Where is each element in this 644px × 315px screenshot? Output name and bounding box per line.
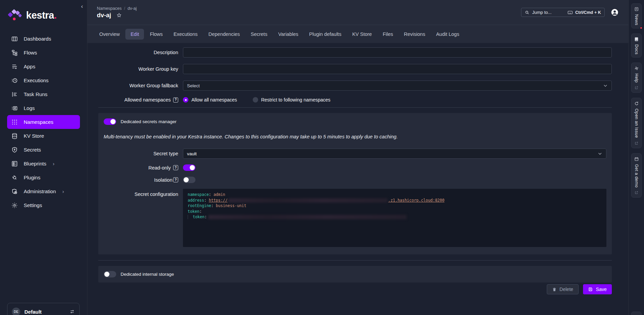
tab-audit-logs[interactable]: Audit Logs — [431, 29, 464, 40]
code-line: token: — [188, 214, 603, 220]
delete-button[interactable]: Delete — [547, 284, 579, 294]
dedicated-internal-storage-label: Dedicated internal storage — [121, 272, 174, 277]
tab-variables[interactable]: Variables — [273, 29, 303, 40]
sidebar-item-blueprints[interactable]: Blueprints › — [7, 157, 80, 171]
isolation-label: Isolation ? — [104, 177, 183, 183]
namespaces-icon — [11, 119, 18, 126]
sidebar-item-administration[interactable]: Administration › — [7, 184, 80, 198]
isolation-toggle[interactable] — [183, 177, 195, 183]
executions-icon — [11, 77, 18, 84]
external-link-icon — [635, 191, 638, 195]
sidebar-item-executions[interactable]: Executions — [7, 73, 80, 87]
sidebar-item-secrets[interactable]: Secrets — [7, 143, 80, 157]
secret-configuration-label: Secret configuration — [104, 192, 183, 197]
topbar: Namespaces / dv-aj dv-aj Jump to... Ctrl… — [87, 0, 628, 25]
flows-icon — [11, 49, 18, 56]
tab-kv-store[interactable]: KV Store — [347, 29, 377, 40]
sidebar-item-settings[interactable]: Settings — [7, 198, 80, 212]
sidebar-item-task-runs[interactable]: Task Runs — [7, 87, 80, 101]
dedicated-internal-storage-toggle[interactable] — [104, 271, 116, 277]
sidebar-item-apps[interactable]: Apps — [7, 60, 80, 73]
news-icon — [634, 7, 639, 12]
docs-button[interactable]: Docs — [631, 33, 642, 58]
sidebar-item-plugins[interactable]: Plugins — [7, 171, 80, 184]
chevron-down-icon — [598, 151, 602, 156]
slack-icon — [634, 66, 639, 71]
code-line: rootEngine: business-unit — [188, 203, 603, 209]
tab-revisions[interactable]: Revisions — [399, 29, 430, 40]
kestra-logo-mark — [8, 9, 22, 22]
get-a-demo-button[interactable]: Get a demo — [631, 153, 642, 198]
radio-unselected-icon — [253, 97, 258, 103]
help-icon[interactable]: ? — [173, 177, 178, 182]
help-icon[interactable]: ? — [173, 165, 178, 170]
help-icon[interactable]: ? — [173, 97, 178, 103]
blueprints-icon — [11, 160, 18, 167]
radio-allow-all-namespaces[interactable]: Allow all namespaces — [183, 97, 237, 103]
read-only-toggle[interactable] — [183, 164, 195, 171]
secrets-manager-card: Dedicated secrets manager Multi-tenancy … — [98, 113, 612, 254]
news-button[interactable]: News — [631, 3, 642, 28]
sidebar: ‹ kestra. Dashboards Flows Apps Executio… — [0, 0, 87, 315]
open-an-issue-button[interactable]: Open an Issue — [631, 98, 642, 148]
breadcrumb-namespaces[interactable]: Namespaces — [97, 6, 122, 11]
tab-plugin-defaults[interactable]: Plugin defaults — [304, 29, 347, 40]
worker-group-fallback-select[interactable]: Select — [183, 81, 612, 91]
tab-executions[interactable]: Executions — [168, 29, 203, 40]
redacted-value — [208, 215, 407, 219]
chevron-down-icon — [603, 83, 608, 88]
sidebar-collapse-icon[interactable]: ‹ — [81, 3, 83, 9]
save-icon — [588, 287, 593, 292]
sidebar-item-namespaces[interactable]: Namespaces — [7, 115, 80, 129]
description-input[interactable] — [183, 47, 612, 58]
secret-configuration-editor[interactable]: namespace: admin address: https://.z1.ha… — [183, 189, 606, 247]
tab-edit[interactable]: Edit — [125, 29, 144, 40]
apps-icon — [11, 63, 18, 70]
help-button[interactable]: Help — [631, 63, 642, 93]
tab-overview[interactable]: Overview — [94, 29, 125, 40]
internal-storage-card: Dedicated internal storage — [98, 266, 612, 283]
breadcrumb-current[interactable]: dv-aj — [127, 6, 137, 11]
code-line: address: https://.z1.hashicorp.cloud:820… — [188, 198, 603, 203]
edit-form: Description Worker Group key Worker Grou… — [87, 43, 628, 315]
secret-type-label: Secret type — [104, 151, 183, 156]
dashboards-icon — [11, 36, 18, 42]
radio-restrict-namespaces[interactable]: Restrict to following namespaces — [253, 97, 331, 103]
trash-icon — [552, 287, 557, 292]
sidebar-item-dashboards[interactable]: Dashboards — [7, 32, 80, 46]
page-title: dv-aj — [97, 12, 111, 19]
worker-group-key-input[interactable] — [183, 64, 612, 74]
tab-secrets[interactable]: Secrets — [246, 29, 272, 40]
chevron-right-icon: › — [53, 161, 55, 166]
external-link-icon — [635, 86, 638, 90]
jump-to-search[interactable]: Jump to... Ctrl/Cmd + K — [521, 8, 605, 17]
logs-icon — [11, 105, 18, 112]
chevron-right-icon: › — [62, 188, 64, 194]
sidebar-item-logs[interactable]: Logs — [7, 101, 80, 115]
search-shortcut: Ctrl/Cmd + K — [567, 10, 601, 15]
administration-icon — [11, 188, 18, 195]
tenant-switcher[interactable]: DE Default — [7, 303, 80, 315]
sidebar-nav: Dashboards Flows Apps Executions Task Ru… — [0, 32, 87, 212]
tab-files[interactable]: Files — [378, 29, 398, 40]
sidebar-item-kv-store[interactable]: KV Store — [7, 129, 80, 143]
keyboard-icon — [567, 10, 573, 15]
user-avatar-icon[interactable] — [610, 8, 619, 17]
worker-group-key-label: Worker Group key — [98, 66, 183, 72]
tab-flows[interactable]: Flows — [145, 29, 168, 40]
dedicated-secrets-manager-label: Dedicated secrets manager — [121, 119, 176, 124]
news-badge — [640, 26, 643, 29]
secret-type-select[interactable]: vault — [183, 149, 606, 159]
tab-dependencies[interactable]: Dependencies — [203, 29, 245, 40]
kestra-logo[interactable]: kestra. — [0, 5, 87, 22]
footer-actions: Delete Save — [98, 284, 612, 294]
dedicated-secrets-manager-toggle[interactable] — [104, 118, 116, 125]
rail-partial-button[interactable] — [631, 312, 642, 315]
right-rail: News Docs Help Open an Issue Get a demo — [628, 0, 644, 315]
worker-group-fallback-label: Worker Group fallback — [98, 83, 183, 88]
star-icon[interactable] — [116, 13, 122, 18]
tenant-name: Default — [24, 309, 65, 315]
save-button[interactable]: Save — [583, 284, 612, 294]
namespace-tabs: Overview Edit Flows Executions Dependenc… — [87, 25, 628, 43]
sidebar-item-flows[interactable]: Flows — [7, 46, 80, 60]
